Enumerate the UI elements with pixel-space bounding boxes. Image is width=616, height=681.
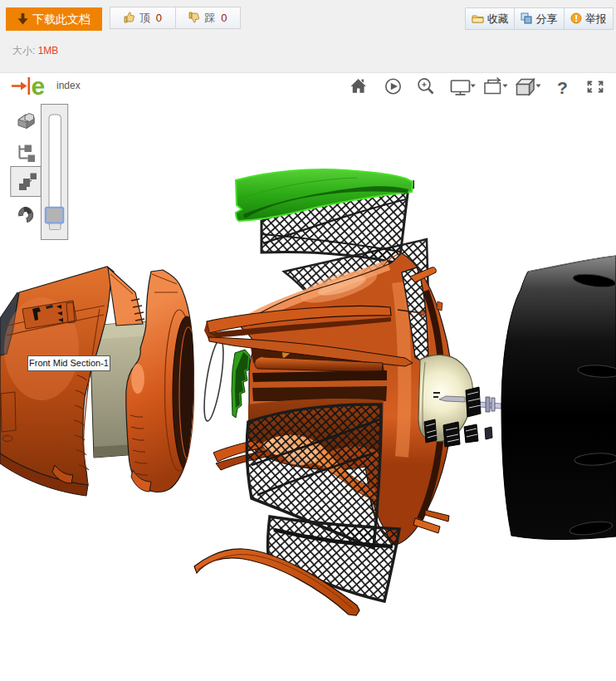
svg-text:e: e bbox=[32, 72, 46, 100]
svg-text:?: ? bbox=[557, 78, 568, 97]
